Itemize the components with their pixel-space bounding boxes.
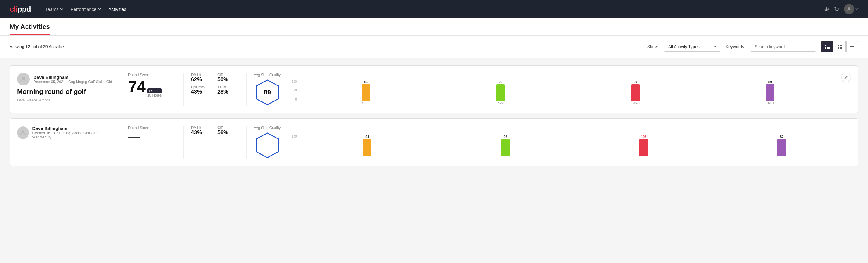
user-name-2: Dave Billingham <box>32 126 114 131</box>
score-number: 74 <box>128 79 146 94</box>
bar-putt-value: 89 <box>769 80 772 84</box>
gir-label-2: GIR <box>217 126 239 129</box>
card-divider-5 <box>183 126 184 159</box>
bar-app-2: 92 <box>439 135 572 155</box>
gir-stat-2: GIR 56% <box>217 126 239 136</box>
bar-ott-fill <box>362 84 370 101</box>
hex-score: 89 <box>264 88 271 96</box>
user-name: Dave Billingham <box>33 75 112 80</box>
round-score-section-2: Round Score <box>128 126 176 138</box>
bar-ott-fill-2 <box>363 139 371 155</box>
view-grid-button[interactable] <box>834 41 846 52</box>
avg-shot-quality-section-2: Avg Shot Quality 100 94 <box>254 126 851 159</box>
bar-arg-value-2: 106 <box>641 135 646 139</box>
page-title: My Activities <box>10 23 50 35</box>
gir-label: GIR <box>217 73 239 77</box>
main-content: Dave Billingham December 05, 2021 - Gog … <box>0 58 868 178</box>
show-label: Show: <box>647 44 659 49</box>
up-down-stat: Up/Down 43% <box>191 85 213 95</box>
bar-arg-2: 106 <box>577 135 710 155</box>
svg-rect-12 <box>850 46 855 47</box>
up-down-value: 43% <box>191 89 213 95</box>
bar-putt-fill <box>766 84 774 101</box>
activity-date-2: October 16, 2021 - Gog Magog Golf Club -… <box>32 131 114 139</box>
gir-stat: GIR 50% <box>217 73 239 83</box>
app-header: clippd Teams Performance Activities ⊕ ↻ <box>0 0 868 18</box>
avatar-2 <box>17 126 29 139</box>
bar-arg-fill-2 <box>640 139 648 155</box>
header-right: ⊕ ↻ <box>824 4 858 14</box>
filter-bar: Viewing 12 out of 29 Activities Show: Al… <box>0 35 868 58</box>
user-menu[interactable] <box>844 4 858 14</box>
bar-ott-value-2: 94 <box>365 135 369 139</box>
avatar <box>17 73 30 85</box>
nav-performance[interactable]: Performance <box>71 5 101 13</box>
bar-ott-2: 94 <box>301 135 434 155</box>
svg-marker-17 <box>256 133 279 158</box>
one-putt-stat: 1 Putt 28% <box>217 85 239 95</box>
nav-teams[interactable]: Teams <box>45 5 63 13</box>
one-putt-value: 28% <box>217 89 239 95</box>
fw-hit-value: 62% <box>191 77 213 83</box>
bar-arg-fill <box>631 84 640 101</box>
card-left-2: Dave Billingham October 16, 2021 - Gog M… <box>17 126 114 142</box>
edit-icon <box>844 76 848 80</box>
svg-rect-7 <box>838 45 839 46</box>
chevron-down-icon <box>856 8 858 10</box>
bar-putt-fill-2 <box>777 139 786 155</box>
edit-button[interactable] <box>841 73 851 83</box>
fw-hit-value-2: 43% <box>191 129 213 136</box>
bar-app-fill-2 <box>501 139 510 155</box>
view-list-detail-button[interactable] <box>821 41 833 52</box>
avg-shot-quality-section: Avg Shot Quality 89 100 50 0 <box>254 73 838 106</box>
bar-chart-container: 100 50 0 85 90 <box>288 74 838 105</box>
activity-card-2: Dave Billingham October 16, 2021 - Gog M… <box>10 118 858 167</box>
fw-hit-label-2: FW Hit <box>191 126 213 129</box>
user-info-2: Dave Billingham October 16, 2021 - Gog M… <box>17 126 114 139</box>
round-score-section: Round Score 74 +4 18 Holes <box>128 73 176 97</box>
activity-card: Dave Billingham December 05, 2021 - Gog … <box>10 65 858 113</box>
svg-rect-10 <box>840 47 842 49</box>
view-toggle-group <box>821 41 858 52</box>
score-dash <box>128 137 140 138</box>
bar-ott: 85 <box>301 80 431 101</box>
bar-arg: 89 <box>570 80 700 101</box>
bar-chart-container-2: 100 94 92 106 <box>288 129 851 156</box>
activity-title: Morning round of golf <box>17 88 114 96</box>
hex-score-wrapper-2 <box>254 132 281 159</box>
list-detail-icon <box>825 45 830 49</box>
stats-section: FW Hit 62% GIR 50% Up/Down 43% 1 Putt 28… <box>191 73 239 95</box>
gir-value: 50% <box>217 77 239 83</box>
bar-ott-value: 85 <box>364 80 368 84</box>
add-icon[interactable]: ⊕ <box>824 5 829 12</box>
x-label-putt: PUTT <box>707 102 838 105</box>
user-info: Dave Billingham December 05, 2021 - Gog … <box>17 73 114 85</box>
activity-type-select[interactable]: All Activity Types <box>664 41 721 52</box>
svg-rect-1 <box>825 45 827 46</box>
logo: clippd <box>10 4 31 14</box>
svg-rect-4 <box>825 47 827 49</box>
bar-putt-value-2: 87 <box>780 135 783 139</box>
x-label-arg: ARG <box>571 102 702 105</box>
svg-rect-11 <box>850 45 855 46</box>
bar-arg-value: 89 <box>633 80 637 84</box>
fw-hit-stat-2: FW Hit 43% <box>191 126 213 136</box>
round-score-label: Round Score <box>128 73 176 77</box>
hexagon-icon-2 <box>254 132 281 159</box>
svg-rect-9 <box>838 47 839 49</box>
view-list-simple-button[interactable] <box>846 41 858 52</box>
keyword-search-input[interactable] <box>750 41 816 52</box>
bar-putt-2: 87 <box>715 135 848 155</box>
bar-app-fill <box>496 84 505 101</box>
card-divider-6 <box>246 126 247 159</box>
svg-rect-3 <box>827 46 830 46</box>
bars-group: 85 90 89 <box>298 80 838 101</box>
card-divider-4 <box>121 126 121 159</box>
avg-quality-label: Avg Shot Quality <box>254 73 281 77</box>
card-divider-3 <box>246 73 247 106</box>
score-display: 74 +4 18 Holes <box>128 79 176 97</box>
bars-group-2: 94 92 106 87 <box>298 135 851 156</box>
refresh-icon[interactable]: ↻ <box>834 5 839 12</box>
up-down-label: Up/Down <box>191 85 213 89</box>
nav-activities[interactable]: Activities <box>108 5 126 13</box>
